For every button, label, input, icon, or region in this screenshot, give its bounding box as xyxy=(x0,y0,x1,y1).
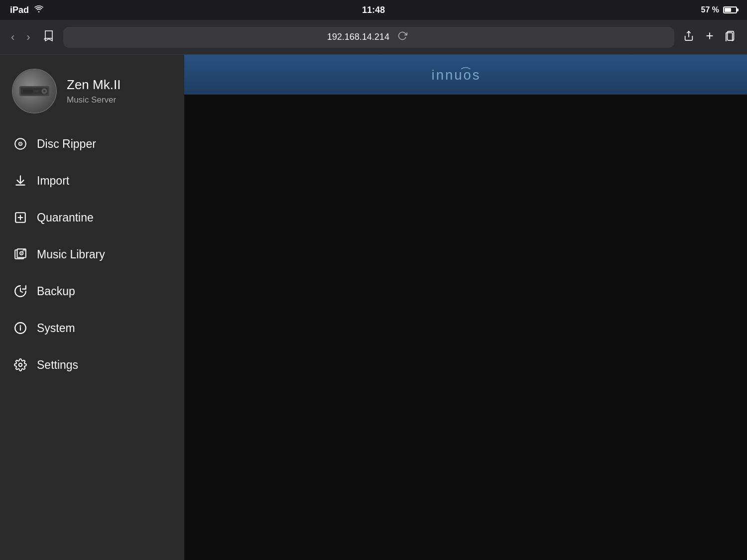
info-icon xyxy=(13,321,28,336)
import-label: Import xyxy=(37,174,69,188)
browser-actions xyxy=(680,27,739,47)
svg-point-8 xyxy=(43,90,45,92)
address-bar[interactable]: 192.168.14.214 xyxy=(63,27,674,48)
url-text: 192.168.14.214 xyxy=(327,32,389,42)
backup-label: Backup xyxy=(37,285,75,298)
content-header: innuos xyxy=(184,55,747,95)
tabs-button[interactable] xyxy=(722,27,739,47)
sidebar-item-backup[interactable]: Backup xyxy=(5,273,179,310)
music-library-label: Music Library xyxy=(37,248,105,261)
sidebar-item-music-library[interactable]: Music Library xyxy=(5,236,179,273)
gear-icon xyxy=(13,357,28,372)
main-layout: Zen Mk.II Music Server Disc Ripper xyxy=(0,55,747,560)
battery-icon xyxy=(723,6,737,13)
refresh-button[interactable] xyxy=(394,28,410,46)
plus-square-icon xyxy=(13,210,28,225)
svg-point-22 xyxy=(19,363,22,367)
svg-rect-9 xyxy=(23,90,33,93)
music-library-icon xyxy=(13,247,28,262)
settings-label: Settings xyxy=(37,358,78,372)
backup-icon xyxy=(13,284,28,299)
disc-ripper-label: Disc Ripper xyxy=(37,137,96,151)
svg-text:innuos: innuos xyxy=(432,67,481,83)
status-bar: iPad 11:48 57 % xyxy=(0,0,747,20)
system-label: System xyxy=(37,322,75,335)
device-avatar xyxy=(12,69,57,113)
back-button[interactable]: ‹ xyxy=(8,28,17,47)
disc-icon xyxy=(13,136,28,151)
device-info: Zen Mk.II Music Server xyxy=(67,77,121,105)
download-icon xyxy=(13,173,28,188)
main-content: innuos xyxy=(184,55,747,560)
device-name: Zen Mk.II xyxy=(67,77,121,93)
innuos-logo: innuos xyxy=(428,65,503,84)
quarantine-label: Quarantine xyxy=(37,211,94,224)
sidebar-item-system[interactable]: System xyxy=(5,310,179,346)
wifi-icon xyxy=(34,5,44,15)
sidebar-item-quarantine[interactable]: Quarantine xyxy=(5,199,179,236)
device-header: Zen Mk.II Music Server xyxy=(0,55,184,125)
content-body xyxy=(184,95,747,560)
battery-percent: 57 % xyxy=(701,5,719,14)
status-bar-left: iPad xyxy=(10,5,44,15)
svg-point-18 xyxy=(21,253,22,254)
device-subtitle: Music Server xyxy=(67,95,121,105)
add-tab-button[interactable] xyxy=(701,27,718,47)
forward-button[interactable]: › xyxy=(23,28,33,47)
carrier-label: iPad xyxy=(10,5,29,15)
nav-list: Disc Ripper Import Qua xyxy=(0,125,184,550)
bookmark-button[interactable] xyxy=(39,27,57,48)
svg-rect-10 xyxy=(34,90,38,92)
sidebar-item-disc-ripper[interactable]: Disc Ripper xyxy=(5,125,179,162)
sidebar-item-settings[interactable]: Settings xyxy=(5,346,179,383)
svg-point-13 xyxy=(20,143,21,144)
share-button[interactable] xyxy=(680,27,697,47)
sidebar: Zen Mk.II Music Server Disc Ripper xyxy=(0,55,184,560)
browser-chrome: ‹ › 192.168.14.214 xyxy=(0,20,747,55)
status-bar-right: 57 % xyxy=(701,5,737,14)
time-display: 11:48 xyxy=(362,5,385,15)
sidebar-item-import[interactable]: Import xyxy=(5,162,179,199)
